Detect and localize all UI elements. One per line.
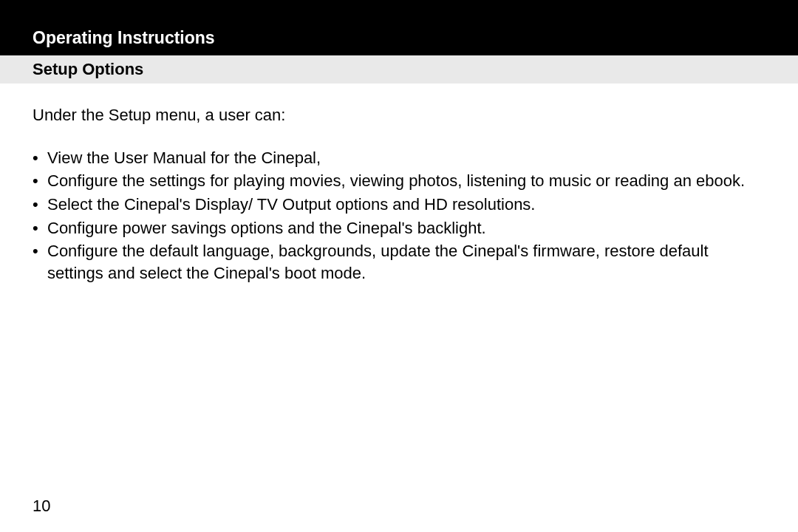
- page-number: 10: [33, 497, 50, 516]
- bullet-list: View the User Manual for the Cinepal, Co…: [33, 147, 765, 284]
- list-item: Select the Cinepal's Display/ TV Output …: [33, 194, 765, 216]
- content-area: Under the Setup menu, a user can: View t…: [0, 83, 798, 284]
- subheader-band: Setup Options: [0, 55, 798, 83]
- list-item: Configure power savings options and the …: [33, 217, 765, 239]
- page-title: Operating Instructions: [33, 28, 215, 48]
- section-title: Setup Options: [33, 60, 798, 79]
- list-item: Configure the default language, backgrou…: [33, 240, 765, 284]
- header-band: Operating Instructions: [0, 0, 798, 55]
- list-item: View the User Manual for the Cinepal,: [33, 147, 765, 169]
- list-item: Configure the settings for playing movie…: [33, 170, 765, 192]
- intro-text: Under the Setup menu, a user can:: [33, 104, 765, 126]
